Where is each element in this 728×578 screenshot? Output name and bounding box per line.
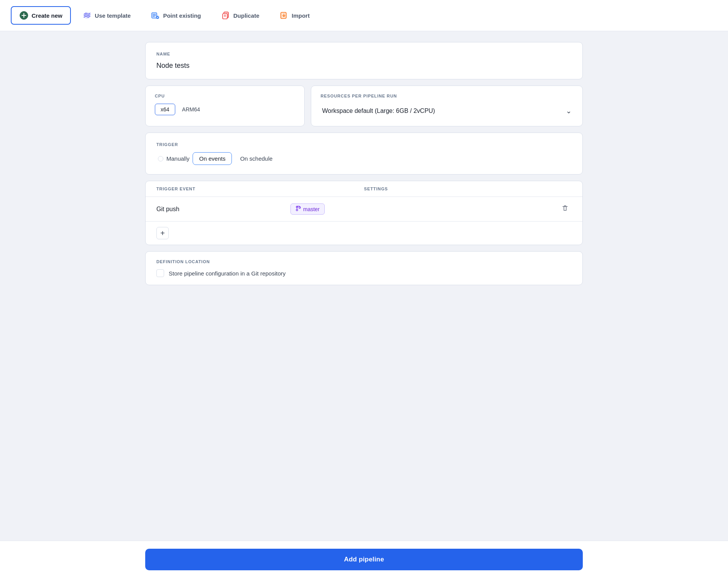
cpu-resources-row: CPU x64 ARM64 RESOURCES PER PIPELINE RUN… xyxy=(145,86,583,126)
point-existing-icon xyxy=(151,11,160,20)
definition-row: Store pipeline configuration in a Git re… xyxy=(156,269,572,277)
tab-import[interactable]: Import xyxy=(271,6,318,25)
trigger-event-card: TRIGGER EVENT SETTINGS Git push xyxy=(145,181,583,245)
cpu-options: x64 ARM64 xyxy=(155,104,295,115)
cpu-x64-button[interactable]: x64 xyxy=(155,104,175,115)
name-value: Node tests xyxy=(156,62,572,70)
chevron-down-icon: ⌄ xyxy=(566,107,572,115)
footer-bar: Add pipeline xyxy=(0,541,728,578)
tab-create-new-label: Create new xyxy=(32,12,62,19)
trigger-manually-button[interactable]: Manually xyxy=(156,153,191,165)
add-trigger-button[interactable]: + xyxy=(156,227,169,239)
svg-rect-14 xyxy=(281,12,286,18)
top-bar: Create new Use template Point e xyxy=(0,0,728,31)
tab-duplicate-label: Duplicate xyxy=(233,12,260,19)
tab-import-label: Import xyxy=(292,12,310,19)
duplicate-icon xyxy=(221,11,230,20)
import-icon xyxy=(279,11,289,20)
tab-point-existing-label: Point existing xyxy=(163,12,201,19)
resources-value: Workspace default (Large: 6GB / 2vCPU) xyxy=(322,108,435,114)
tab-use-template-label: Use template xyxy=(95,12,131,19)
branch-name: master xyxy=(303,206,320,212)
plus-icon: + xyxy=(160,229,165,238)
trigger-event-header: TRIGGER EVENT SETTINGS xyxy=(146,181,582,197)
cpu-arm64-button[interactable]: ARM64 xyxy=(177,104,206,115)
trigger-event-col2: SETTINGS xyxy=(364,187,572,191)
name-card: NAME Node tests xyxy=(145,42,583,79)
definition-card: DEFINITION LOCATION Store pipeline confi… xyxy=(145,251,583,285)
resources-card: RESOURCES PER PIPELINE RUN Workspace def… xyxy=(311,86,583,126)
trigger-event-settings: master xyxy=(290,203,559,215)
cpu-card: CPU x64 ARM64 xyxy=(145,86,305,126)
definition-text: Store pipeline configuration in a Git re… xyxy=(169,270,286,277)
resources-label: RESOURCES PER PIPELINE RUN xyxy=(320,94,573,98)
create-new-icon xyxy=(19,11,29,20)
trigger-on-events-button[interactable]: On events xyxy=(193,152,232,165)
tab-duplicate[interactable]: Duplicate xyxy=(213,6,268,25)
use-template-icon xyxy=(82,11,92,20)
add-trigger-row: + xyxy=(146,222,582,245)
trigger-options: Manually On events On schedule xyxy=(156,152,572,165)
trigger-label: TRIGGER xyxy=(156,142,572,147)
resources-dropdown[interactable]: Workspace default (Large: 6GB / 2vCPU) ⌄ xyxy=(320,104,573,118)
trigger-event-name: Git push xyxy=(156,206,290,213)
tab-point-existing[interactable]: Point existing xyxy=(142,6,209,25)
tab-create-new[interactable]: Create new xyxy=(11,6,71,25)
delete-trigger-button[interactable] xyxy=(559,203,572,215)
git-repo-checkbox[interactable] xyxy=(156,269,164,277)
branch-badge[interactable]: master xyxy=(290,203,325,215)
tab-use-template[interactable]: Use template xyxy=(74,6,139,25)
trigger-on-schedule-button[interactable]: On schedule xyxy=(233,152,279,165)
cpu-label: CPU xyxy=(155,94,295,98)
branch-icon xyxy=(295,206,301,212)
trigger-event-row: Git push master xyxy=(146,197,582,222)
main-content: NAME Node tests CPU x64 ARM64 RESOURCES … xyxy=(133,31,595,541)
manually-radio xyxy=(158,156,163,161)
add-pipeline-button[interactable]: Add pipeline xyxy=(145,549,583,570)
name-label: NAME xyxy=(156,52,572,56)
trigger-card: TRIGGER Manually On events On schedule xyxy=(145,133,583,175)
trigger-event-col1: TRIGGER EVENT xyxy=(156,187,364,191)
definition-label: DEFINITION LOCATION xyxy=(156,259,572,264)
